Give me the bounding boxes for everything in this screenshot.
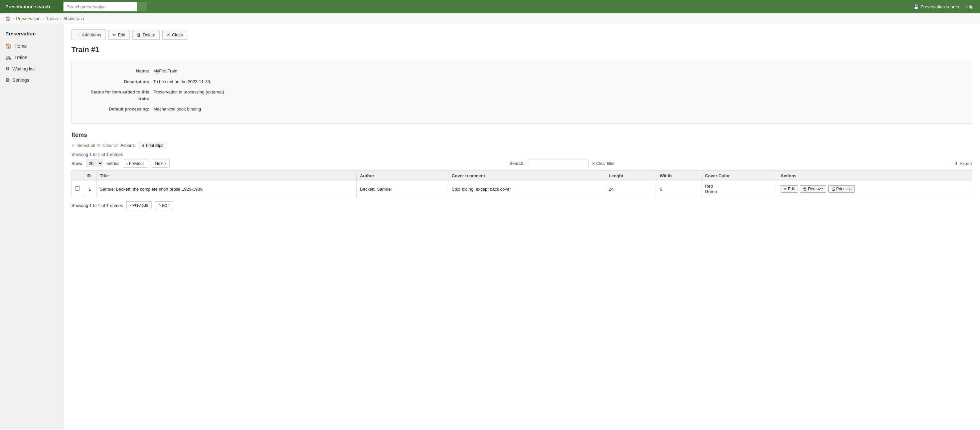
row-actions: ✏ Edit 🗑 Remove 🖨 Print slip	[777, 181, 972, 197]
bottom-controls: Showing 1 to 1 of 1 entries ‹ Previous N…	[72, 201, 972, 209]
sidebar-home-label: Home	[14, 43, 27, 49]
select-all-link[interactable]: Select all	[77, 143, 95, 148]
row-title: Samuel Beckett: the complete short prose…	[97, 181, 357, 197]
home-icon[interactable]: 🏠	[5, 16, 11, 21]
sidebar-item-waiting-list[interactable]: ♻ Waiting list	[0, 63, 63, 75]
info-panel: Name: MyFirstTrain Description: To be se…	[72, 61, 972, 124]
row-width: 6	[656, 181, 702, 197]
add-items-button[interactable]: ＋ Add items	[72, 29, 105, 40]
items-table: ID Title Author Cover treatment Lenght W…	[72, 170, 972, 198]
search-input[interactable]	[64, 2, 137, 11]
trash-icon: 🗑	[803, 187, 807, 191]
settings-icon: ⚙	[5, 77, 10, 83]
breadcrumb-current: Show train	[64, 16, 84, 21]
edit-button[interactable]: ✏ Edit	[108, 30, 130, 40]
sidebar-item-home[interactable]: 🏠 Home	[0, 40, 63, 52]
sidebar-waiting-label: Waiting list	[12, 66, 35, 71]
col-checkbox	[72, 170, 83, 181]
clear-filter-button[interactable]: ✕ Clear filter	[592, 161, 614, 166]
export-icon: ⬇	[954, 161, 958, 166]
export-label: Export	[959, 161, 972, 166]
breadcrumb-sep3: ›	[60, 16, 61, 21]
plus-icon: ＋	[76, 32, 80, 38]
clear-filter-label: Clear filter	[596, 161, 614, 166]
trash-icon: 🗑	[137, 32, 141, 37]
main-layout: Preservation 🏠 Home 🚌 Trains ♻ Waiting l…	[0, 24, 980, 429]
preservation-search-label: Preservation search	[921, 4, 959, 10]
info-label-status: Status for item added to this train:	[80, 89, 153, 102]
previous-button-bottom[interactable]: ‹ Previous	[126, 201, 152, 209]
preservation-search-link[interactable]: 💾 Preservation search	[908, 0, 965, 13]
trains-icon: 🚌	[5, 54, 12, 60]
brand: Preservation search	[0, 0, 64, 13]
row-edit-button[interactable]: ✏ Edit	[781, 185, 798, 193]
breadcrumb-trains[interactable]: Trains	[46, 16, 58, 21]
page-title: Train #1	[72, 45, 972, 54]
col-cover-color: Cover Color	[702, 170, 777, 181]
sidebar-settings-label: Settings	[12, 78, 29, 83]
info-row-status: Status for item added to this train: Pre…	[80, 89, 964, 102]
showing-entries-top: Showing 1 to 1 of 1 entries	[72, 152, 972, 157]
row-id: 1	[83, 181, 97, 197]
sidebar-title: Preservation	[0, 28, 63, 40]
show-entries-select[interactable]: 10 20 50 100	[86, 160, 103, 167]
breadcrumb-preservation[interactable]: Preservation	[16, 16, 40, 21]
help-link[interactable]: Help	[964, 4, 980, 10]
export-button[interactable]: ⬇ Export	[954, 161, 972, 166]
col-id: ID	[83, 170, 97, 181]
col-length: Lenght	[605, 170, 656, 181]
delete-button[interactable]: 🗑 Delete	[132, 30, 160, 40]
sidebar-trains-label: Trains	[14, 55, 27, 60]
row-length: 24	[605, 181, 656, 197]
info-value-status: Preservation in processing (external)	[153, 89, 224, 102]
row-cover-color: RedGreen	[702, 181, 777, 197]
row-print-slip-button[interactable]: 🖨 Print slip	[828, 185, 855, 193]
pencil-icon: ✏	[113, 32, 116, 37]
row-cover-treatment: Stub biding, except back cover	[448, 181, 605, 197]
table-search-input[interactable]	[528, 160, 589, 167]
sidebar: Preservation 🏠 Home 🚌 Trains ♻ Waiting l…	[0, 24, 64, 429]
edit-label: Edit	[118, 32, 125, 37]
close-button[interactable]: ✕ Close	[162, 30, 188, 40]
row-checkbox[interactable]	[75, 186, 80, 190]
search-label: Search:	[509, 161, 524, 166]
info-row-processing: Default processing: Mechanical book bind…	[80, 106, 964, 113]
clear-all-link[interactable]: Clear all	[103, 143, 119, 148]
info-label-description: Description:	[80, 78, 153, 85]
search-submit-button[interactable]: →	[137, 2, 147, 11]
print-icon: 🖨	[141, 143, 145, 148]
sidebar-item-settings[interactable]: ⚙ Settings	[0, 75, 63, 86]
search-form: →	[64, 2, 908, 11]
info-value-name: MyFirstTrain	[153, 68, 177, 75]
col-actions: Actions	[777, 170, 972, 181]
info-row-description: Description: To be sent on the 2023-11-3…	[80, 78, 964, 85]
main-content: ＋ Add items ✏ Edit 🗑 Delete ✕ Close Trai…	[64, 24, 980, 429]
next-button-top[interactable]: Next ›	[152, 160, 170, 168]
check-icon: ✓	[72, 143, 75, 148]
sidebar-item-trains[interactable]: 🚌 Trains	[0, 52, 63, 63]
close-icon: ✕	[167, 32, 170, 37]
showing-entries-bottom: Showing 1 to 1 of 1 entries	[72, 203, 123, 208]
row-remove-button[interactable]: 🗑 Remove	[800, 185, 826, 193]
print-slips-button[interactable]: 🖨 Print slips	[138, 142, 166, 149]
actions-label: Actions:	[120, 143, 135, 148]
table-header-row: ID Title Author Cover treatment Lenght W…	[72, 170, 972, 181]
col-title: Title	[97, 170, 357, 181]
previous-button-top[interactable]: ‹ Previous	[123, 160, 148, 168]
waiting-list-icon: ♻	[5, 66, 10, 72]
x-icon: ✕	[97, 143, 100, 148]
table-controls-top: Show 10 20 50 100 entries ‹ Previous Nex…	[72, 160, 972, 168]
info-label-processing: Default processing:	[80, 106, 153, 113]
home-icon: 🏠	[5, 43, 12, 49]
breadcrumb-sep1: ›	[13, 16, 14, 21]
col-width: Width	[656, 170, 702, 181]
col-cover-treatment: Cover treatment	[448, 170, 605, 181]
print-slips-label: Print slips	[146, 143, 163, 148]
items-section: Items ✓ Select all ✕ Clear all Actions: …	[72, 132, 972, 209]
x-filter-icon: ✕	[592, 161, 595, 166]
table-row: 1 Samuel Beckett: the complete short pro…	[72, 181, 972, 197]
top-nav: Preservation search → 💾 Preservation sea…	[0, 0, 980, 13]
brand-label: Preservation search	[5, 4, 50, 10]
next-button-bottom[interactable]: Next ›	[155, 201, 173, 209]
info-value-description: To be sent on the 2023-11-30.	[153, 78, 211, 85]
